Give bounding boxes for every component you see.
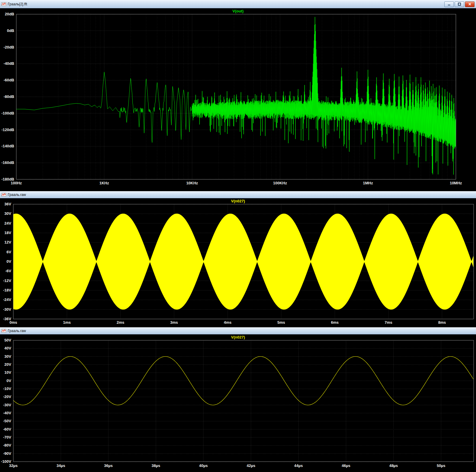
sine-grid	[13, 340, 474, 462]
x-tick-label: 100KHz	[273, 181, 287, 185]
x-tick-label: 48µs	[389, 463, 398, 468]
y-tick-label: -80dB	[4, 94, 14, 99]
y-tick-label: -80V	[3, 443, 12, 447]
sine-plot-canvas: 32µs34µs36µs38µs40µs42µs44µs46µs48µs50µs…	[0, 334, 476, 472]
x-tick-label: 2ms	[117, 320, 124, 325]
y-tick-label: -10V	[3, 386, 12, 391]
y-tick-label: -12V	[3, 278, 12, 283]
x-tick-label: 7ms	[385, 320, 392, 325]
y-tick-label: -70V	[3, 435, 12, 439]
y-tick-label: -160dB	[1, 160, 14, 165]
x-tick-label: 1ms	[63, 320, 71, 325]
sine-plot-area[interactable]: 32µs34µs36µs38µs40µs42µs44µs46µs48µs50µs…	[0, 334, 476, 472]
y-tick-label: 24V	[4, 221, 11, 225]
x-tick-label: 8ms	[438, 320, 446, 325]
plot-frame	[13, 340, 474, 462]
close-icon	[468, 2, 472, 6]
window-title: Грааль.raw	[8, 329, 26, 333]
y-tick-label: 12V	[4, 240, 11, 244]
fft-trace	[16, 17, 456, 175]
y-tick-label: -180dB	[1, 177, 14, 181]
close-button[interactable]	[465, 1, 475, 7]
y-tick-label: 18V	[4, 231, 11, 235]
y-tick-label: -120dB	[1, 128, 14, 132]
y-tick-label: -40V	[3, 411, 12, 415]
x-tick-label: 38µs	[152, 463, 160, 468]
waveform-icon	[1, 2, 6, 6]
y-tick-label: 30V	[4, 211, 11, 216]
x-tick-label: 32µs	[9, 463, 17, 468]
y-tick-label: 40V	[4, 346, 11, 350]
waveform-icon	[1, 329, 6, 333]
x-tick-label: 1MHz	[363, 181, 373, 185]
y-tick-label: -90V	[3, 451, 12, 456]
y-tick-label: -40dB	[4, 61, 14, 66]
sine-plot-title: V(n027)	[0, 335, 476, 339]
x-tick-label: 10KHz	[186, 181, 198, 185]
y-tick-label: -30V	[3, 403, 12, 407]
x-tick-label: 4ms	[224, 320, 231, 325]
y-tick-label: 0V	[7, 259, 11, 264]
x-tick-label: 100Hz	[11, 181, 22, 185]
x-tick-label: 50µs	[437, 463, 445, 468]
y-tick-label: -100V	[1, 459, 11, 464]
y-tick-label: -6V	[5, 269, 12, 273]
y-tick-label: -20V	[3, 394, 12, 399]
x-tick-label: 1KHz	[99, 181, 109, 185]
window-controls	[444, 1, 475, 7]
y-tick-label: -18V	[3, 288, 12, 292]
window-title: Грааль.raw	[8, 193, 26, 197]
y-tick-label: -60V	[3, 427, 12, 431]
y-tick-label: 6V	[7, 250, 11, 254]
y-tick-label: -100dB	[1, 111, 14, 115]
x-tick-label: 42µs	[247, 463, 255, 468]
y-tick-label: -60dB	[4, 78, 14, 82]
y-tick-label: 20V	[4, 362, 11, 367]
minimize-button[interactable]	[444, 1, 454, 7]
am-window: Грааль.raw 0ms1ms2ms3ms4ms5ms6ms7ms8ms36…	[0, 191, 476, 327]
x-tick-label: 10MHz	[450, 181, 462, 185]
x-tick-label: 40µs	[199, 463, 208, 468]
y-tick-label: -50V	[3, 419, 12, 423]
y-tick-label: 0V	[7, 378, 11, 383]
x-tick-label: 3ms	[170, 320, 178, 325]
fft-window-titlebar[interactable]: Грааль[2].fft	[0, 0, 476, 8]
am-plot-title: V(n027)	[0, 199, 476, 203]
fft-plot-canvas: 100Hz1KHz10KHz100KHz1MHz10MHz20dB0dB-20d…	[0, 8, 476, 191]
y-tick-label: -30V	[3, 307, 12, 312]
y-tick-label: -20dB	[4, 45, 14, 49]
x-tick-label: 6ms	[331, 320, 339, 325]
am-plot-area[interactable]: 0ms1ms2ms3ms4ms5ms6ms7ms8ms36V30V24V18V1…	[0, 198, 476, 327]
x-tick-label: 44µs	[294, 463, 303, 468]
am-trace	[13, 214, 473, 309]
x-tick-label: 46µs	[342, 463, 350, 468]
fft-plot-area[interactable]: 100Hz1KHz10KHz100KHz1MHz10MHz20dB0dB-20d…	[0, 8, 476, 191]
sine-window-titlebar[interactable]: Грааль.raw	[0, 327, 476, 334]
y-tick-label: 10V	[4, 370, 11, 375]
fft-window: Грааль[2].fft 100Hz1KHz10KHz100KHz1MHz10…	[0, 0, 476, 191]
y-tick-label: -24V	[3, 297, 12, 302]
y-tick-label: -36V	[3, 317, 12, 321]
maximize-icon	[458, 2, 461, 6]
x-tick-label: 5ms	[277, 320, 285, 325]
y-tick-label: 0dB	[7, 28, 14, 33]
maximize-button[interactable]	[455, 1, 464, 7]
x-tick-label: 36µs	[104, 463, 113, 468]
am-plot-canvas: 0ms1ms2ms3ms4ms5ms6ms7ms8ms36V30V24V18V1…	[0, 198, 476, 327]
y-tick-label: -140dB	[1, 144, 14, 148]
am-window-titlebar[interactable]: Грааль.raw	[0, 191, 476, 198]
waveform-icon	[1, 193, 6, 197]
x-tick-label: 34µs	[57, 463, 65, 468]
window-title: Грааль[2].fft	[8, 2, 27, 6]
y-tick-label: 30V	[4, 354, 11, 359]
sine-window: Грааль.raw 32µs34µs36µs38µs40µs42µs44µs4…	[0, 327, 476, 472]
fft-plot-title: V(out)	[0, 9, 476, 13]
minimize-icon	[447, 2, 451, 6]
